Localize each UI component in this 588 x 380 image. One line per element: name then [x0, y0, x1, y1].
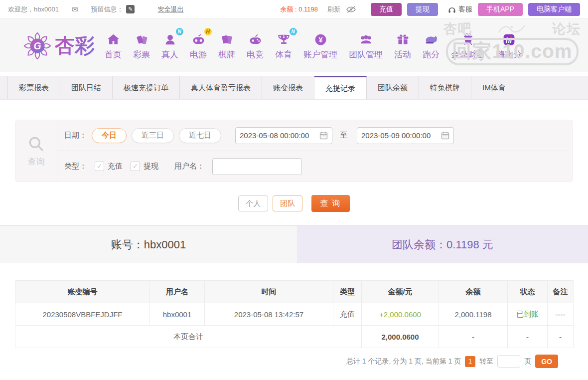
goto-label: 转至 — [479, 357, 493, 366]
topbar: 欢迎您，hbx0001 ✉ 预留信息： ✎ 安全退出 余额 : 0.1198 刷… — [0, 0, 588, 19]
nav-badge: N — [290, 28, 297, 35]
cell-time: 2023-05-08 13:42:57 — [205, 303, 333, 326]
tab-tetu-chess[interactable]: 特兔棋牌 — [419, 76, 471, 99]
tab-deposit-withdraw-records[interactable]: 充提记录 — [314, 76, 367, 99]
gift-icon — [396, 31, 410, 47]
nav-item-chess-cards[interactable]: 棋牌 — [218, 31, 235, 60]
svg-text:G: G — [33, 40, 41, 51]
tab-lottery-report[interactable]: 彩票报表 — [7, 76, 60, 99]
team-button[interactable]: 团队 — [273, 195, 302, 211]
logout-link[interactable]: 安全退出 — [157, 5, 183, 14]
range-today-button[interactable]: 今日 — [92, 128, 127, 143]
col-change-id: 账变编号 — [15, 281, 150, 303]
trophy-icon: 1 N — [277, 31, 291, 47]
topbar-left: 欢迎您，hbx0001 ✉ 预留信息： ✎ 安全退出 — [8, 5, 183, 14]
range-7days-button[interactable]: 近七日 — [179, 128, 221, 143]
customer-service-link[interactable]: 客服 — [447, 5, 472, 14]
username-label: 用户名： — [174, 162, 204, 171]
eye-off-icon[interactable] — [346, 5, 356, 13]
table-summary-row: 本页合计 2,000.0600 - - - — [15, 326, 574, 348]
refresh-link[interactable]: 刷新 — [327, 5, 340, 14]
lottery-tickets-icon — [135, 31, 149, 47]
nav-item-sports[interactable]: 1 N 体育 — [275, 31, 292, 60]
ding-vessel-icon — [461, 31, 475, 47]
site-logo[interactable]: G 杏彩 — [22, 30, 95, 61]
report-tabs: 彩票报表 团队日结 极速充提订单 真人体育盈亏报表 账变报表 充提记录 团队余额… — [0, 76, 588, 100]
date-from-input[interactable] — [240, 131, 315, 140]
col-amount: 金额/元 — [362, 281, 439, 303]
type-recharge-checkbox[interactable]: ✓ 充值 — [95, 162, 123, 171]
username-input[interactable] — [212, 158, 302, 175]
calendar-icon[interactable] — [441, 131, 449, 140]
logo-text: 杏彩 — [55, 32, 95, 59]
mobile-app-button[interactable]: 手机APP — [478, 3, 523, 16]
search-icon — [27, 135, 46, 154]
tab-team-balance[interactable]: 团队余额 — [367, 76, 419, 99]
nav-item-jinding-wealth[interactable]: 金鼎财富 — [451, 31, 485, 60]
records-table-wrap: 账变编号 用户名 时间 类型 金额/元 余额 状态 备注 20230508VBB… — [15, 280, 573, 368]
nav-item-hi-paofen[interactable]: hi 嗨跑分 — [496, 31, 522, 60]
action-buttons-row: 个人 团队 查 询 — [0, 195, 588, 212]
records-table: 账变编号 用户名 时间 类型 金额/元 余额 状态 备注 20230508VBB… — [15, 280, 574, 348]
pagination-bar: 总计 1 个记录, 分为 1 页, 当前第 1 页 1 转至 页 GO — [30, 355, 558, 368]
nav-item-esports[interactable]: 电竞 — [247, 31, 264, 60]
pagination-summary: 总计 1 个记录, 分为 1 页, 当前第 1 页 — [346, 357, 461, 366]
account-number-text: 账号：hbx0001 — [0, 226, 297, 263]
pc-client-button[interactable]: 电脑客户端 — [528, 3, 580, 16]
date-to-field[interactable] — [357, 127, 454, 144]
nav-item-paofen[interactable]: 跑分 — [423, 31, 440, 60]
nav-item-live-casino[interactable]: N 真人 — [161, 31, 178, 60]
main-nav: 首页 彩票 N 真人 H 电游 棋牌 — [105, 31, 522, 60]
yuan-coin-icon: ¥ — [313, 31, 328, 47]
rhino-icon — [424, 31, 439, 47]
cell-amount: +2,000.0600 — [362, 303, 439, 326]
summary-balance: - — [439, 326, 508, 348]
tab-account-change-report[interactable]: 账变报表 — [262, 76, 314, 99]
tab-im-sports[interactable]: IM体育 — [471, 76, 517, 99]
current-page-button[interactable]: 1 — [465, 356, 475, 367]
nav-item-home[interactable]: 首页 — [105, 31, 122, 60]
type-label: 类型： — [64, 162, 87, 171]
edit-icon[interactable]: ✎ — [126, 5, 135, 13]
nav-item-account-management[interactable]: ¥ 账户管理 — [303, 31, 337, 60]
date-to-input[interactable] — [361, 131, 437, 140]
checkbox-checked-icon: ✓ — [95, 162, 104, 171]
date-from-field[interactable] — [235, 127, 332, 144]
cell-change-id: 20230508VBBFEJDJFF — [15, 303, 150, 326]
tab-express-deposit-orders[interactable]: 极速充提订单 — [113, 76, 180, 99]
customer-service-label: 客服 — [458, 5, 472, 14]
go-button[interactable]: GO — [535, 355, 558, 368]
nav-item-lottery[interactable]: 彩票 — [133, 31, 150, 60]
withdraw-button[interactable]: 提现 — [407, 3, 438, 16]
search-button[interactable]: 查 询 — [311, 195, 349, 212]
checkbox-checked-icon: ✓ — [131, 162, 140, 171]
nav-badge: N — [176, 28, 183, 35]
message-icon[interactable]: ✉ — [72, 5, 78, 14]
col-balance: 余额 — [439, 281, 508, 303]
tab-team-daily[interactable]: 团队日结 — [60, 76, 113, 99]
hi-app-icon: hi — [502, 31, 516, 47]
esports-gamepad-icon — [248, 31, 263, 47]
range-3days-button[interactable]: 近三日 — [132, 128, 174, 143]
balance-text: 余额 : 0.1198 — [280, 5, 318, 14]
account-summary-strip: 账号：hbx0001 团队余额：0.1198 元 — [0, 225, 588, 263]
cell-balance: 2,000.1198 — [439, 303, 508, 326]
calendar-icon[interactable] — [319, 131, 328, 140]
cards-icon — [220, 31, 234, 47]
nav-item-egames[interactable]: H 电游 — [190, 31, 207, 60]
tab-live-sports-pl-report[interactable]: 真人体育盈亏报表 — [180, 76, 262, 99]
recharge-button[interactable]: 充值 — [371, 3, 402, 16]
search-panel-label: 查询 — [28, 156, 45, 168]
svg-text:1: 1 — [283, 34, 285, 39]
topbar-right: 余额 : 0.1198 刷新 充值 提现 客服 手机APP 电脑客户端 — [280, 3, 580, 16]
summary-status: - — [508, 326, 548, 348]
personal-button[interactable]: 个人 — [238, 195, 268, 211]
type-withdraw-checkbox[interactable]: ✓ 提现 — [131, 162, 158, 171]
goto-page-input[interactable] — [497, 355, 520, 368]
gamepad-icon: H — [191, 31, 206, 47]
cell-status: 已到账 — [508, 303, 548, 326]
watermark-right-text: 论坛 — [552, 20, 581, 38]
headset-icon — [447, 5, 456, 14]
nav-item-activity[interactable]: 活动 — [394, 31, 411, 60]
nav-item-team-management[interactable]: 团队管理 — [349, 31, 383, 60]
